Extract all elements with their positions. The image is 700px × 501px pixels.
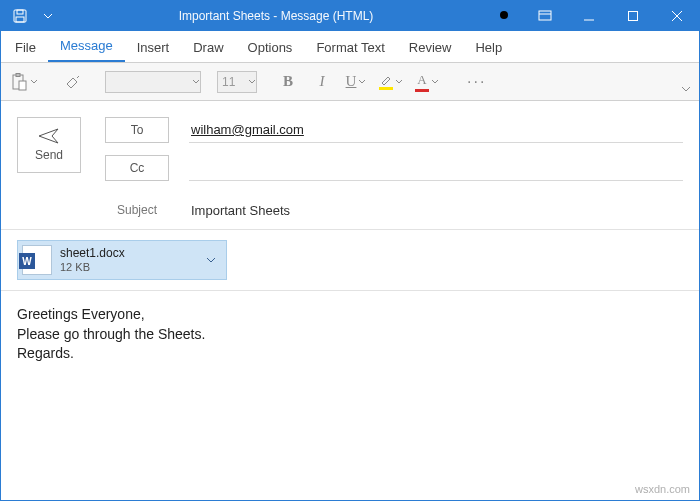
word-doc-icon: W xyxy=(22,245,52,275)
subject-label: Subject xyxy=(105,203,169,217)
tab-review[interactable]: Review xyxy=(397,34,464,62)
message-body[interactable]: Greetings Everyone, Please go through th… xyxy=(1,291,699,378)
font-color-button[interactable]: A xyxy=(411,67,443,97)
maximize-icon[interactable] xyxy=(611,1,655,31)
send-label: Send xyxy=(35,148,63,162)
window-title: Important Sheets - Message (HTML) xyxy=(61,9,491,23)
font-size-value: 11 xyxy=(222,75,248,89)
subject-field[interactable]: Important Sheets xyxy=(189,197,683,223)
svg-point-3 xyxy=(500,11,508,19)
svg-rect-5 xyxy=(539,11,551,20)
ribbon-display-icon[interactable] xyxy=(523,1,567,31)
attachments-row: W sheet1.docx 12 KB xyxy=(1,230,699,291)
underline-button[interactable]: U xyxy=(341,67,371,97)
word-badge: W xyxy=(19,253,35,269)
italic-button[interactable]: I xyxy=(307,67,337,97)
attachment-name: sheet1.docx xyxy=(60,246,194,260)
cc-field[interactable] xyxy=(189,155,683,181)
to-field[interactable]: wilham@gmail.com xyxy=(189,117,683,143)
cc-button[interactable]: Cc xyxy=(105,155,169,181)
bold-button[interactable]: B xyxy=(273,67,303,97)
format-painter-button[interactable] xyxy=(59,67,89,97)
watermark: wsxdn.com xyxy=(635,483,690,495)
tab-help[interactable]: Help xyxy=(463,34,514,62)
ribbon-commands: 11 B I U A ··· xyxy=(1,63,699,101)
save-icon[interactable] xyxy=(7,2,33,30)
tab-message[interactable]: Message xyxy=(48,32,125,62)
tab-options[interactable]: Options xyxy=(236,34,305,62)
tab-format-text[interactable]: Format Text xyxy=(304,34,396,62)
svg-line-4 xyxy=(507,18,511,22)
paste-button[interactable] xyxy=(7,67,43,97)
highlight-color-swatch xyxy=(379,87,393,90)
ribbon-tabs: File Message Insert Draw Options Format … xyxy=(1,31,699,63)
svg-rect-13 xyxy=(19,81,26,90)
svg-rect-8 xyxy=(629,12,638,21)
svg-rect-1 xyxy=(17,10,23,14)
highlight-color-button[interactable] xyxy=(375,67,407,97)
search-icon[interactable] xyxy=(491,2,519,30)
qat-dropdown-icon[interactable] xyxy=(35,2,61,30)
attachment-menu-icon[interactable] xyxy=(202,253,220,268)
attachment-size: 12 KB xyxy=(60,261,194,274)
collapse-ribbon-icon[interactable] xyxy=(677,80,695,98)
attachment-chip[interactable]: W sheet1.docx 12 KB xyxy=(17,240,227,280)
font-color-swatch xyxy=(415,89,429,92)
font-family-select[interactable] xyxy=(105,71,201,93)
compose-header: Send To wilham@gmail.com Cc Subject Impo… xyxy=(1,101,699,230)
font-size-select[interactable]: 11 xyxy=(217,71,257,93)
tab-draw[interactable]: Draw xyxy=(181,34,235,62)
send-button[interactable]: Send xyxy=(17,117,81,173)
more-commands-button[interactable]: ··· xyxy=(459,67,494,97)
tab-insert[interactable]: Insert xyxy=(125,34,182,62)
close-icon[interactable] xyxy=(655,1,699,31)
title-bar: Important Sheets - Message (HTML) xyxy=(1,1,699,31)
svg-rect-2 xyxy=(16,17,24,22)
minimize-icon[interactable] xyxy=(567,1,611,31)
to-button[interactable]: To xyxy=(105,117,169,143)
tab-file[interactable]: File xyxy=(3,34,48,62)
